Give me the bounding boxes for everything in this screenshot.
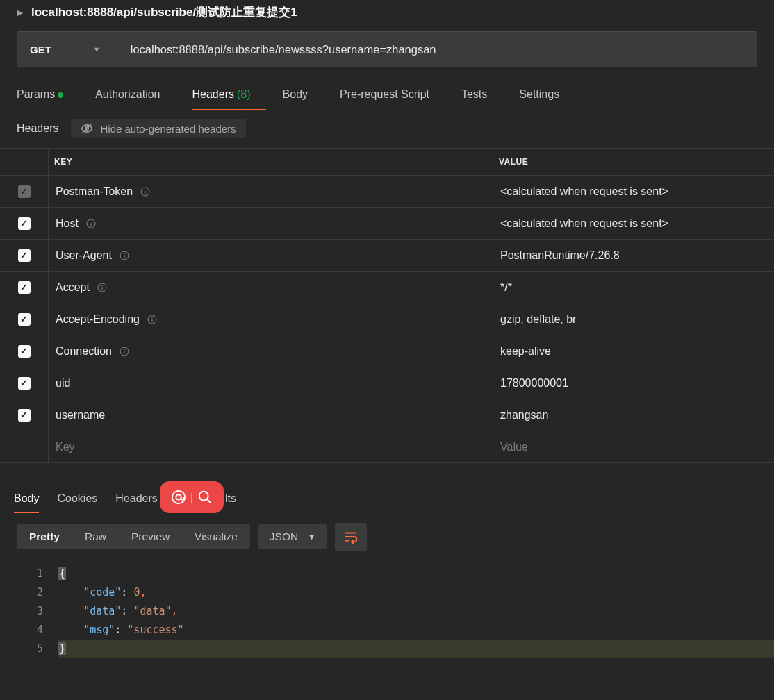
- wrap-button[interactable]: [335, 523, 367, 551]
- visualize-button[interactable]: Visualize: [182, 524, 250, 549]
- checkbox[interactable]: ✓: [18, 185, 31, 198]
- row-key-cell[interactable]: Connection: [49, 335, 493, 367]
- checkbox[interactable]: ✓: [18, 249, 31, 262]
- row-checkbox-cell[interactable]: ✓: [0, 367, 49, 399]
- tab-params[interactable]: Params: [17, 83, 79, 110]
- checkbox[interactable]: ✓: [18, 217, 31, 230]
- new-row-value-input[interactable]: Value: [493, 431, 774, 462]
- svg-point-19: [124, 349, 125, 350]
- new-row-key-input[interactable]: Key: [49, 431, 493, 462]
- svg-point-16: [152, 317, 153, 318]
- row-checkbox-cell[interactable]: ✓: [0, 399, 49, 431]
- headers-table: KEY VALUE ✓Postman-Token<calculated when…: [0, 148, 774, 463]
- row-key-cell[interactable]: uid: [49, 367, 493, 399]
- row-key-cell[interactable]: User-Agent: [49, 240, 493, 271]
- row-key-cell[interactable]: Accept: [49, 272, 493, 303]
- table-row[interactable]: ✓uid17800000001: [0, 367, 774, 399]
- row-checkbox-cell[interactable]: ✓: [0, 176, 49, 207]
- header-key: Accept: [56, 281, 90, 294]
- checkbox[interactable]: ✓: [18, 345, 31, 358]
- row-key-cell[interactable]: username: [49, 399, 493, 431]
- row-checkbox-cell[interactable]: ✓: [0, 208, 49, 239]
- method-url-row: GET ▼ localhost:8888/api/subscribe/newss…: [17, 31, 757, 67]
- format-select[interactable]: JSON ▼: [258, 524, 327, 549]
- row-key-cell[interactable]: Postman-Token: [49, 176, 493, 207]
- line-number: 3: [0, 602, 58, 621]
- checkbox[interactable]: ✓: [18, 409, 31, 422]
- resp-tab-headers[interactable]: Headers: [115, 488, 157, 513]
- raw-button[interactable]: Raw: [72, 524, 119, 549]
- row-value-cell[interactable]: */*: [493, 272, 774, 303]
- response-body[interactable]: 1{ 2 "code": 0, 3 "data": "data", 4 "msg…: [0, 560, 774, 658]
- code-key: "data": [83, 605, 121, 617]
- row-checkbox-cell[interactable]: ✓: [0, 335, 49, 367]
- new-row-checkbox[interactable]: [0, 431, 49, 462]
- table-row[interactable]: ✓usernamezhangsan: [0, 399, 774, 431]
- row-value-cell[interactable]: gzip, deflate, br: [493, 303, 774, 335]
- row-checkbox-cell[interactable]: ✓: [0, 272, 49, 303]
- table-body: ✓Postman-Token<calculated when request i…: [0, 176, 774, 431]
- header-key: User-Agent: [56, 249, 112, 262]
- tab-body-label: Body: [283, 88, 308, 100]
- svg-point-13: [102, 285, 103, 286]
- resp-tab-body[interactable]: Body: [14, 488, 39, 513]
- row-value-cell[interactable]: PostmanRuntime/7.26.8: [493, 240, 774, 271]
- tab-body[interactable]: Body: [283, 83, 323, 110]
- table-row[interactable]: ✓Accept*/*: [0, 272, 774, 303]
- table-row[interactable]: ✓Accept-Encodinggzip, deflate, br: [0, 303, 774, 335]
- tab-tests-label: Tests: [461, 88, 487, 100]
- header-key: Connection: [56, 345, 112, 358]
- row-checkbox-cell[interactable]: ✓: [0, 303, 49, 335]
- resp-tab-cookies[interactable]: Cookies: [57, 488, 97, 513]
- overlay-widget[interactable]: |: [160, 481, 224, 513]
- search-icon: [197, 490, 213, 505]
- row-value-cell[interactable]: zhangsan: [493, 399, 774, 431]
- preview-button[interactable]: Preview: [119, 524, 182, 549]
- url-input[interactable]: localhost:8888/api/subscribe/newssss?use…: [115, 32, 757, 67]
- tab-params-label: Params: [17, 88, 55, 100]
- table-row[interactable]: ✓Postman-Token<calculated when request i…: [0, 176, 774, 208]
- code-brace: }: [58, 642, 66, 655]
- checkbox[interactable]: ✓: [18, 281, 31, 294]
- row-key-cell[interactable]: Host: [49, 208, 493, 239]
- row-value-cell[interactable]: <calculated when request is sent>: [493, 176, 774, 207]
- request-name[interactable]: localhost:8888/api/subscribe/测试防止重复提交1: [31, 4, 297, 20]
- tab-headers[interactable]: Headers(8): [192, 83, 266, 110]
- resp-tab-body-label: Body: [14, 492, 39, 504]
- resp-tab-cookies-label: Cookies: [57, 492, 97, 504]
- code-key: "msg": [83, 624, 115, 636]
- format-label: JSON: [270, 531, 298, 543]
- tab-settings[interactable]: Settings: [519, 83, 575, 110]
- code-value: "success": [127, 624, 183, 636]
- tab-tests[interactable]: Tests: [461, 83, 502, 110]
- header-value: PostmanRuntime/7.26.8: [500, 249, 620, 262]
- checkbox[interactable]: ✓: [18, 313, 31, 326]
- tab-prerequest[interactable]: Pre-request Script: [340, 83, 445, 110]
- th-checkbox: [0, 149, 49, 175]
- table-row-new[interactable]: Key Value: [0, 431, 774, 463]
- row-value-cell[interactable]: 17800000001: [493, 367, 774, 399]
- table-row[interactable]: ✓Connectionkeep-alive: [0, 335, 774, 367]
- row-key-cell[interactable]: Accept-Encoding: [49, 303, 493, 335]
- pretty-button[interactable]: Pretty: [17, 524, 72, 549]
- tab-authorization[interactable]: Authorization: [95, 83, 175, 110]
- hide-headers-button[interactable]: Hide auto-generated headers: [71, 119, 245, 138]
- line-number: 4: [0, 621, 58, 640]
- checkbox[interactable]: ✓: [18, 377, 31, 390]
- header-key: uid: [56, 377, 70, 390]
- caret-right-icon[interactable]: ▶: [17, 8, 23, 17]
- view-mode-group: Pretty Raw Preview Visualize: [17, 524, 250, 549]
- params-dot-icon: [58, 92, 63, 98]
- header-value: 17800000001: [500, 377, 568, 390]
- th-value: VALUE: [493, 149, 774, 175]
- row-value-cell[interactable]: keep-alive: [493, 335, 774, 367]
- row-value-cell[interactable]: <calculated when request is sent>: [493, 208, 774, 239]
- svg-point-10: [124, 253, 125, 254]
- table-row[interactable]: ✓User-AgentPostmanRuntime/7.26.8: [0, 240, 774, 272]
- tab-prerequest-label: Pre-request Script: [340, 88, 429, 100]
- method-select[interactable]: GET ▼: [17, 32, 115, 67]
- svg-point-7: [91, 222, 92, 222]
- row-checkbox-cell[interactable]: ✓: [0, 240, 49, 271]
- info-icon: [140, 186, 151, 197]
- table-row[interactable]: ✓Host<calculated when request is sent>: [0, 208, 774, 240]
